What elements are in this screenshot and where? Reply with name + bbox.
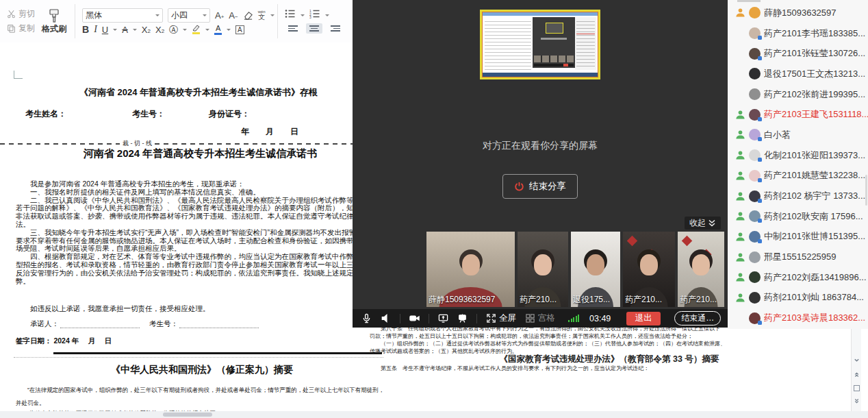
pinyin-guide-button[interactable]: wén 文: [258, 10, 266, 21]
subscript-button[interactable]: X2: [155, 25, 164, 34]
status-badge: [758, 56, 762, 60]
chevron-down-icon: [205, 29, 209, 33]
participant-row[interactable]: 中制2101张世博151395...: [728, 227, 868, 247]
participant-row[interactable]: 化制2101张迎阳139373...: [728, 145, 868, 166]
cut-button[interactable]: 剪切: [7, 8, 35, 20]
avatar: [749, 190, 761, 202]
video-tile[interactable]: 药产210...: [623, 232, 675, 307]
speaker-button[interactable]: [381, 313, 391, 323]
horizontal-scrollbar-thumb[interactable]: [163, 413, 212, 417]
next-page-button[interactable]: [852, 396, 861, 406]
signer-label: 承诺人：: [16, 319, 59, 329]
share-screen-button[interactable]: [438, 313, 448, 323]
underline-button[interactable]: U: [102, 25, 108, 34]
highlight-color-button[interactable]: [192, 25, 201, 34]
chevron-down-icon: [301, 14, 305, 19]
participant-name: 化制2101张迎阳139373...: [764, 149, 865, 162]
participant-row[interactable]: 邢星15515225959: [728, 247, 868, 267]
member-icon: [735, 272, 745, 282]
member-icon: [735, 171, 745, 181]
criminal-law-title: 《中华人民共和国刑法》（修正案九）摘要: [0, 364, 404, 376]
stub-title: 《河南省 2024 年普通高校专升本招生考生诚信承诺书》存根: [0, 86, 397, 99]
italic-button[interactable]: I: [94, 25, 97, 34]
end-share-button[interactable]: 结束分享: [502, 174, 578, 199]
clear-format-button[interactable]: [243, 10, 253, 21]
fullscreen-icon: [486, 313, 496, 323]
participant-row[interactable]: 白小茗: [728, 125, 868, 145]
page2-section-title: 《国家教育考试违规处理办法》（教育部令第 33 号）摘要: [370, 356, 849, 363]
align-center-button[interactable]: [306, 23, 322, 34]
video-tile[interactable]: 退役175...: [571, 232, 620, 307]
align-right-button[interactable]: [327, 23, 344, 34]
video-tile-name: 药产210...: [520, 294, 557, 306]
participant-name: 药产2101李书瑶183385...: [764, 27, 865, 40]
member-icon: [735, 211, 745, 221]
square-icon: [854, 385, 860, 391]
chevron-down-icon: [270, 14, 275, 19]
signature-row: 承诺人： 考生号：: [16, 319, 268, 329]
mic-button[interactable]: [361, 313, 372, 323]
participant-row[interactable]: 药产2102张前进199395...: [728, 84, 868, 105]
end-call-button[interactable]: 结束通…: [674, 311, 721, 325]
participant-row[interactable]: 药产2102刘磊13419896...: [728, 267, 868, 288]
participant-row[interactable]: 药产2103王建飞1531118...: [728, 104, 868, 125]
participant-row[interactable]: 药产2103吴诗晨183362...: [728, 308, 868, 328]
scroll-down-button[interactable]: [852, 355, 861, 365]
participant-row[interactable]: 药剂2102耿安南 17596...: [728, 206, 868, 227]
avatar: [749, 210, 761, 222]
whiteboard-button[interactable]: [457, 313, 468, 323]
enclosed-char-button[interactable]: Ⓐ: [169, 25, 178, 34]
video-tile[interactable]: 药产210...: [518, 232, 568, 307]
panel-scrollbar-thumb[interactable]: [865, 175, 867, 206]
participant-row[interactable]: 药产2101姚慧莹132238...: [728, 166, 868, 186]
increase-font-button[interactable]: A+: [215, 11, 224, 20]
decrease-font-button[interactable]: A−: [229, 11, 238, 20]
font-size-select[interactable]: 小四: [168, 8, 210, 23]
superscript-button[interactable]: X2: [142, 25, 151, 34]
video-tile[interactable]: 薛静15093632597: [426, 232, 515, 307]
member-icon: [735, 150, 745, 160]
participant-row[interactable]: 药剂2102 杨宇宁 13733...: [728, 186, 868, 206]
bold-button[interactable]: B: [82, 25, 89, 34]
font-name-select[interactable]: 黑体: [82, 8, 163, 23]
participant-row[interactable]: 薛静15093632597: [728, 3, 868, 23]
font-color-letter: A: [216, 25, 220, 32]
numbered-list-button[interactable]: 123: [309, 9, 320, 21]
participant-name: 退役17501王文杰13213...: [764, 68, 865, 80]
text-boundary-mark: [14, 71, 23, 79]
strikethrough-button[interactable]: A: [122, 25, 128, 34]
member-icon: [735, 191, 745, 201]
font-color-button[interactable]: A: [214, 25, 222, 35]
avatar: [749, 149, 761, 161]
pledge-line: 如违反以上承诺，我愿意承担一切责任，接受相应处理。: [16, 304, 210, 314]
character-border-button[interactable]: A: [235, 25, 244, 34]
video-tile[interactable]: 药产210...: [678, 232, 724, 307]
select-browse-object-button[interactable]: [852, 383, 861, 393]
font-color-bar: [214, 33, 222, 35]
participant-row[interactable]: 药产2101李书瑶183385...: [728, 23, 868, 44]
collapse-videos-button[interactable]: 收起: [685, 217, 721, 230]
align-left-button[interactable]: [285, 23, 301, 34]
chevron-down-icon: [155, 14, 159, 19]
previous-page-button[interactable]: [852, 369, 861, 379]
participant-row[interactable]: 药产2101张钰莹130726...: [728, 43, 868, 64]
status-badge: [758, 321, 762, 325]
bottom-strip: [0, 411, 868, 418]
avatar: [749, 129, 761, 140]
bullet-list-button[interactable]: [285, 9, 296, 21]
chevron-down-icon: [227, 29, 231, 33]
format-painter-button[interactable]: 格式刷: [42, 8, 66, 35]
avatar: [749, 271, 761, 283]
camera-button[interactable]: [409, 313, 420, 323]
fullscreen-button[interactable]: 全屏: [486, 312, 516, 324]
format-painter-label: 格式刷: [42, 23, 66, 35]
grid-view-button[interactable]: 宫格: [525, 312, 555, 324]
participant-row[interactable]: 药剂2101刘灿 1863784...: [728, 288, 868, 308]
field-candidate-no: 考生号：: [132, 108, 165, 120]
participant-list: 薛静15093632597 药产2101李书瑶183385...: [728, 3, 868, 328]
exit-button[interactable]: 退出: [626, 312, 661, 325]
ribbon-divider: [277, 4, 278, 38]
status-badge: [758, 199, 762, 203]
participant-row[interactable]: 退役17501王文杰13213...: [728, 64, 868, 84]
copy-button[interactable]: 复制: [7, 23, 35, 34]
